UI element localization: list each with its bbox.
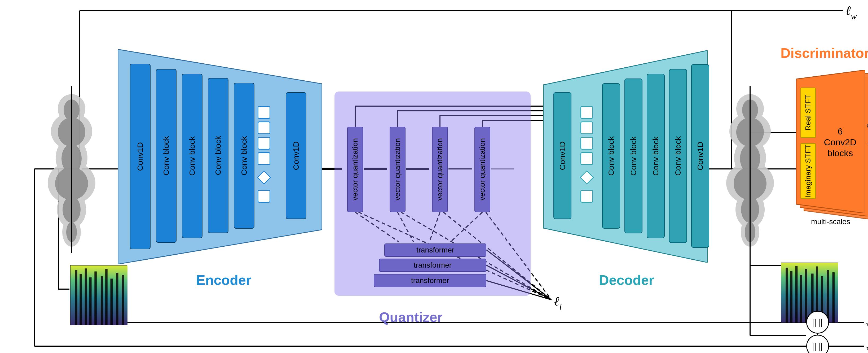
conv-detail-box	[258, 137, 270, 150]
output-spectrogram	[781, 263, 838, 322]
multi-scales-label: multi-scales	[811, 217, 850, 226]
encoder-detail-chain	[258, 106, 270, 203]
loss-l-sym: ℓ	[554, 294, 559, 308]
bar-label: Conv block	[651, 136, 660, 176]
decoder-conv1d-in: Conv1D	[553, 92, 571, 219]
stft-real-label: Real STFT	[804, 95, 812, 130]
conv-detail-box	[581, 152, 593, 165]
vq-label: vector quantization	[478, 138, 487, 201]
conv-detail-box	[258, 106, 270, 119]
discriminator-label: Discriminator	[780, 45, 868, 61]
decoder-convblock-4: Conv block	[669, 69, 687, 243]
tfm-label: transformer	[414, 261, 452, 269]
loss-t-sym: ℓ	[866, 339, 868, 353]
output-waveform	[723, 85, 777, 255]
decoder-convblock-1: Conv block	[602, 83, 620, 229]
decoder-detail-chain	[581, 106, 593, 203]
encoder-convblock-4: Conv block	[234, 83, 254, 229]
transformer-3: transformer	[374, 274, 486, 287]
vq-label: vector quantization	[436, 138, 444, 201]
conv-detail-box	[581, 106, 593, 119]
loss-d: ℓd	[866, 116, 868, 133]
bar-label: Conv block	[188, 136, 197, 176]
bar-label: Conv block	[214, 136, 223, 175]
tfm-label: transformer	[411, 276, 449, 285]
bar-label: Conv1D	[136, 142, 145, 171]
loss-w: ℓw	[845, 3, 857, 20]
decoder-convblock-3: Conv block	[647, 74, 665, 238]
conv-detail-box	[258, 121, 270, 134]
loss-l: ℓl	[554, 294, 562, 311]
svg-rect-36	[70, 265, 127, 325]
loss-g: ℓg	[867, 135, 868, 152]
transformer-1: transformer	[384, 243, 486, 257]
loss-g-sym: ℓ	[867, 136, 868, 150]
bar-label: Conv block	[674, 136, 682, 176]
bar-label: Conv block	[162, 136, 171, 175]
bar-label: Conv block	[629, 136, 638, 176]
stft-imag: Imaginary STFT	[800, 143, 816, 199]
vq-label: vector quantization	[351, 138, 360, 201]
conv-detail-box	[258, 152, 270, 165]
encoder-label: Encoder	[196, 272, 251, 288]
decoder-label: Decoder	[599, 272, 654, 288]
encoder-conv1d-out: Conv1D	[286, 92, 306, 219]
vq-bar-3: vector quantization	[432, 127, 448, 212]
conv-detail-diamond	[257, 170, 271, 184]
quantizer-label: Quantizer	[379, 309, 443, 325]
loss-s-sym: ℓ	[866, 315, 868, 329]
loss-s: ℓs	[866, 315, 868, 331]
vq-bar-1: vector quantization	[347, 127, 363, 212]
input-spectrogram	[70, 265, 127, 325]
decoder-conv1d-out: Conv1D	[691, 64, 709, 248]
loss-w-sym: ℓ	[845, 3, 851, 18]
conv-detail-diamond	[580, 170, 594, 184]
conv-detail-box	[581, 137, 593, 150]
encoder-convblock-1: Conv block	[156, 69, 177, 243]
conv-detail-box	[258, 190, 270, 203]
loss-d-sym: ℓ	[866, 116, 868, 130]
loss-t: ℓt	[866, 339, 868, 353]
diagram-root: Conv1D Conv block Conv block Conv block …	[0, 0, 868, 353]
conv-detail-box	[581, 190, 593, 203]
loss-w-sub: w	[851, 11, 857, 21]
bar-label: Conv1D	[558, 141, 567, 170]
stft-real: Real STFT	[800, 88, 816, 138]
stft-imag-label: Imaginary STFT	[804, 145, 812, 198]
encoder-convblock-2: Conv block	[182, 74, 203, 238]
input-waveform	[45, 85, 98, 255]
tfm-label: transformer	[416, 246, 454, 254]
svg-rect-47	[781, 263, 838, 323]
transformer-2: transformer	[379, 259, 486, 272]
norm-label: || ||	[813, 317, 823, 327]
decoder-convblock-2: Conv block	[624, 79, 643, 233]
encoder-convblock-3: Conv block	[208, 78, 228, 233]
bar-label: Conv block	[240, 136, 249, 175]
norm-spectral: || ||	[806, 311, 829, 334]
norm-label: || ||	[813, 341, 823, 351]
bar-label: Conv1D	[696, 142, 705, 170]
conv-detail-box	[581, 121, 593, 134]
vq-label: vector quantization	[393, 138, 402, 201]
encoder-conv1d-in: Conv1D	[130, 64, 151, 249]
vq-bar-4: vector quantization	[474, 127, 490, 212]
bar-label: Conv block	[607, 136, 616, 176]
bar-label: Conv1D	[291, 141, 301, 170]
loss-l-sub: l	[559, 302, 562, 312]
vq-bar-2: vector quantization	[390, 127, 405, 212]
conv2d-blocks-label: 6 Conv2D blocks	[820, 126, 860, 158]
